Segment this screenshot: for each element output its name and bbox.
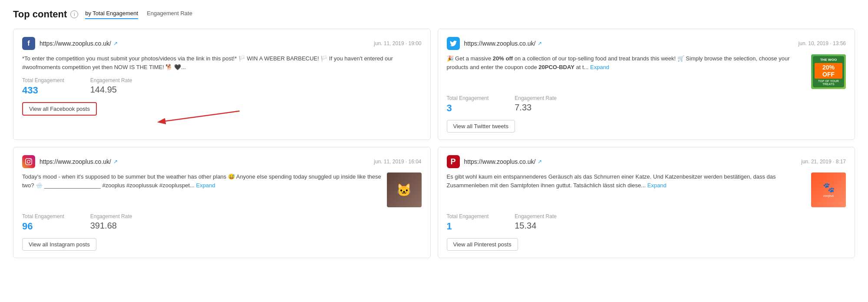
instagram-text: Today's mood - when it's supposed to be … [22,173,382,207]
pinterest-rate-value: 15.34 [515,221,557,231]
instagram-rate-label: Engagement Rate [90,213,132,219]
tab-engagement-rate[interactable]: Engagement Rate [147,10,192,19]
twitter-rate-value: 7.33 [515,103,557,113]
twitter-total-value: 3 [447,103,489,114]
pinterest-total-engagement: Total Engagement 1 [447,213,489,232]
facebook-total-value: 433 [22,85,64,96]
facebook-icon: f [22,37,35,50]
pinterest-metrics: Total Engagement 1 Engagement Rate 15.34 [447,213,846,232]
pinterest-image: 🐾 zooplus [811,173,846,207]
card-header-twitter: https://www.zooplus.co.uk/ ↗ jun. 10, 20… [447,37,846,50]
view-pinterest-posts-button[interactable]: View all Pinterest posts [447,238,518,251]
card-header-left-facebook: f https://www.zooplus.co.uk/ ↗ [22,37,118,50]
card-twitter: https://www.zooplus.co.uk/ ↗ jun. 10, 20… [438,29,855,140]
instagram-total-engagement: Total Engagement 96 [22,213,64,232]
card-body-pinterest: Es gibt wohl kaum ein entspannenderes Ge… [447,173,846,207]
twitter-total-engagement: Total Engagement 3 [447,95,489,114]
instagram-engagement-rate: Engagement Rate 391.68 [90,213,132,232]
twitter-engagement-rate: Engagement Rate 7.33 [515,95,557,114]
card-instagram: https://www.zooplus.co.uk/ ↗ jun. 11, 20… [13,147,431,258]
facebook-metrics: Total Engagement 433 Engagement Rate 144… [22,77,422,96]
pinterest-total-value: 1 [447,221,489,232]
external-link-icon-pinterest: ↗ [538,159,542,165]
instagram-expand-link[interactable]: Expand [196,182,215,189]
view-twitter-tweets-button[interactable]: View all Twitter tweets [447,120,515,133]
card-header-left-pinterest: P https://www.zooplus.co.uk/ ↗ [447,155,542,168]
twitter-metrics: Total Engagement 3 Engagement Rate 7.33 [447,95,846,114]
page-header: Top content i by Total Engagement Engage… [13,9,855,20]
facebook-engagement-rate: Engagement Rate 144.95 [90,77,132,96]
pinterest-text: Es gibt wohl kaum ein entspannenderes Ge… [447,173,806,207]
external-link-icon: ↗ [113,40,118,46]
twitter-image: THE WOO 20% OFF TOP OF YOUR TREATS [811,54,846,89]
card-header-left-instagram: https://www.zooplus.co.uk/ ↗ [22,155,118,168]
twitter-date: jun. 10, 2019 · 13:56 [799,40,846,46]
twitter-url[interactable]: https://www.zooplus.co.uk/ ↗ [464,40,542,47]
view-instagram-posts-button[interactable]: View all Instagram posts [22,238,96,251]
instagram-total-value: 96 [22,221,64,232]
facebook-rate-label: Engagement Rate [90,77,132,83]
page-title: Top content [13,9,67,20]
twitter-expand-link[interactable]: Expand [590,64,609,70]
external-link-icon-twitter: ↗ [538,40,542,46]
card-pinterest: P https://www.zooplus.co.uk/ ↗ jun. 21, … [438,147,855,258]
card-body-instagram: Today's mood - when it's supposed to be … [22,173,422,207]
instagram-url[interactable]: https://www.zooplus.co.uk/ ↗ [40,158,118,165]
pinterest-rate-label: Engagement Rate [515,213,557,219]
instagram-rate-value: 391.68 [90,221,132,231]
facebook-url[interactable]: https://www.zooplus.co.uk/ ↗ [40,40,118,47]
cards-grid: f https://www.zooplus.co.uk/ ↗ jun. 11, … [13,29,855,258]
facebook-total-engagement: Total Engagement 433 [22,77,64,96]
card-header-instagram: https://www.zooplus.co.uk/ ↗ jun. 11, 20… [22,155,422,168]
instagram-date: jun. 11, 2019 · 16:04 [374,159,421,165]
twitter-total-label: Total Engagement [447,95,489,101]
card-body-facebook: *To enter the competition you must submi… [22,54,422,71]
pinterest-date: jun. 21, 2019 · 8:17 [801,159,846,165]
facebook-text: *To enter the competition you must submi… [22,54,422,71]
external-link-icon-instagram: ↗ [113,159,118,165]
pinterest-total-label: Total Engagement [447,213,489,219]
pinterest-engagement-rate: Engagement Rate 15.34 [515,213,557,232]
instagram-icon [22,155,35,168]
twitter-rate-label: Engagement Rate [515,95,557,101]
card-facebook: f https://www.zooplus.co.uk/ ↗ jun. 11, … [13,29,431,140]
pinterest-expand-link[interactable]: Expand [647,182,667,189]
card-body-twitter: 🎉 Get a massive 20% off on a collection … [447,54,846,89]
card-header-left-twitter: https://www.zooplus.co.uk/ ↗ [447,37,542,50]
pinterest-icon: P [447,155,460,168]
instagram-metrics: Total Engagement 96 Engagement Rate 391.… [22,213,422,232]
facebook-total-label: Total Engagement [22,77,64,83]
twitter-icon [447,37,460,50]
facebook-rate-value: 144.95 [90,85,132,95]
instagram-image: 🐱 [387,173,422,207]
view-facebook-posts-button[interactable]: View all Facebook posts [22,102,97,116]
card-header-facebook: f https://www.zooplus.co.uk/ ↗ jun. 11, … [22,37,422,50]
info-icon[interactable]: i [70,10,78,18]
card-header-pinterest: P https://www.zooplus.co.uk/ ↗ jun. 21, … [447,155,846,168]
tab-bar: by Total Engagement Engagement Rate [85,10,192,19]
facebook-date: jun. 11, 2019 · 19:00 [374,40,421,46]
instagram-total-label: Total Engagement [22,213,64,219]
pinterest-url[interactable]: https://www.zooplus.co.uk/ ↗ [464,158,542,165]
twitter-text: 🎉 Get a massive 20% off on a collection … [447,54,806,89]
tab-total-engagement[interactable]: by Total Engagement [85,10,138,19]
